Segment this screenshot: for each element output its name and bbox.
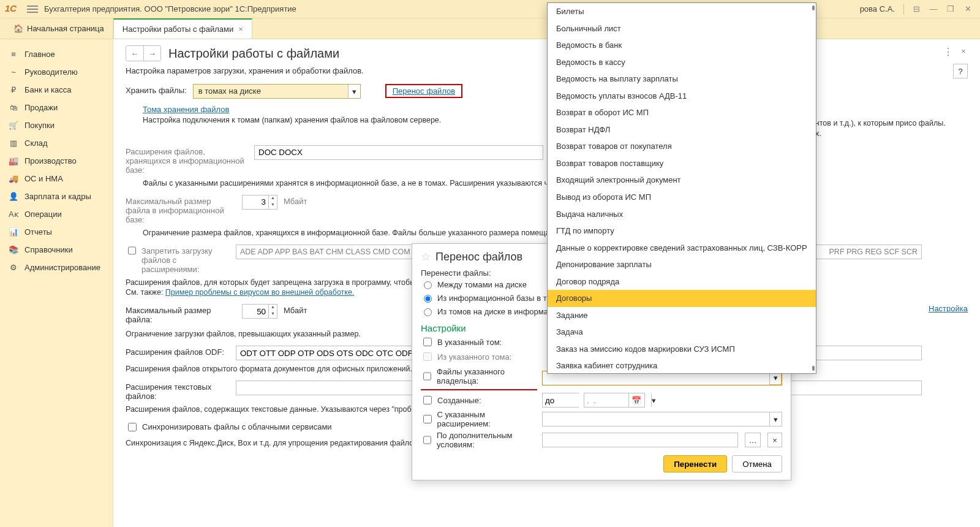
tab-file-settings[interactable]: Настройки работы с файлами × xyxy=(113,18,252,39)
tab-home[interactable]: 🏠 Начальная страница xyxy=(5,18,113,39)
max-file-settings-link[interactable]: Настройка xyxy=(929,304,968,313)
max-file-spinner[interactable]: ▲▼ xyxy=(242,304,277,319)
dropdown-option[interactable]: Заявка кабинет сотрудника xyxy=(548,357,816,373)
person-icon: 👤 xyxy=(9,192,18,201)
nav-sales[interactable]: 🛍Продажи xyxy=(0,99,113,116)
dropdown-option[interactable]: Депонирование зарплаты xyxy=(548,256,816,273)
volumes-link[interactable]: Тома хранения файлов xyxy=(143,105,229,114)
page-close-icon[interactable]: × xyxy=(958,45,969,56)
dropdown-option[interactable]: Выдача наличных xyxy=(548,206,816,223)
home-icon: 🏠 xyxy=(13,24,23,33)
created-date-input[interactable] xyxy=(584,393,628,407)
nav-bank[interactable]: ₽Банк и касса xyxy=(0,81,113,99)
chk-from-volume xyxy=(423,352,432,361)
dropdown-option[interactable]: Договор подряда xyxy=(548,273,816,290)
chk-owner[interactable] xyxy=(423,372,431,381)
window-close-icon[interactable]: ✕ xyxy=(960,2,975,17)
chk-extension[interactable] xyxy=(423,415,432,423)
dropdown-option[interactable]: Возврат товаров от покупателя xyxy=(548,138,816,155)
sync-cloud-checkbox[interactable] xyxy=(128,423,137,431)
dropdown-option[interactable]: Договоры xyxy=(548,290,816,307)
clear-button[interactable]: × xyxy=(767,433,782,447)
dropdown-option[interactable]: Данные о корректировке сведений застрахо… xyxy=(548,240,816,257)
extension-input[interactable] xyxy=(543,412,769,426)
forbid-ext-checkbox[interactable] xyxy=(128,246,136,255)
dropdown-option[interactable]: Больничный лист xyxy=(548,20,816,37)
chevron-down-icon[interactable]: ▾ xyxy=(769,412,782,426)
store-files-select[interactable]: в томах на диске ▾ xyxy=(193,84,361,99)
nav-assets[interactable]: 🚚ОС и НМА xyxy=(0,170,113,188)
ext-ib-input[interactable] xyxy=(254,145,543,160)
nav-manager[interactable]: ~Руководителю xyxy=(0,63,113,81)
books-icon: 📚 xyxy=(9,245,18,254)
max-ib-spinner[interactable]: ▲▼ xyxy=(242,195,277,210)
window-toolbar-icon[interactable]: ⊟ xyxy=(909,2,924,17)
dropdown-option[interactable]: Возврат товаров поставщику xyxy=(548,155,816,172)
transfer-files-link[interactable]: Перенос файлов xyxy=(393,86,456,96)
nav-admin[interactable]: ⚙Администрирование xyxy=(0,259,113,276)
nav-label: Операции xyxy=(24,210,62,219)
chevron-down-icon[interactable]: ▾ xyxy=(348,85,360,98)
volumes-desc: Настройка подключения к томам (папкам) х… xyxy=(143,115,538,126)
dropdown-option[interactable]: Задание xyxy=(548,307,816,324)
chevron-down-icon[interactable]: ▾ xyxy=(651,393,656,407)
extension-field[interactable]: ▾ xyxy=(542,412,782,427)
menu-icon[interactable] xyxy=(27,6,38,13)
dropdown-option[interactable]: Билеты xyxy=(548,3,816,20)
cancel-button[interactable]: Отмена xyxy=(732,455,782,472)
scroll-up-icon[interactable] xyxy=(812,6,815,10)
max-file-value[interactable] xyxy=(243,305,268,318)
max-ib-label: Максимальный размер файла в информационн… xyxy=(126,195,236,224)
dialog-title: Перенос файлов xyxy=(435,251,522,264)
dropdown-option[interactable]: Ведомость в банк xyxy=(548,37,816,54)
dropdown-option[interactable]: Заказ на эмиссию кодов маркировки СУЗ ИС… xyxy=(548,341,816,358)
scroll-down-icon[interactable] xyxy=(812,366,815,371)
dropdown-option[interactable]: Возврат в оборот ИС МП xyxy=(548,104,816,121)
window-maximize-icon[interactable]: ❐ xyxy=(943,2,958,17)
dropdown-option[interactable]: Ведомость уплаты взносов АДВ-11 xyxy=(548,88,816,105)
more-button[interactable]: … xyxy=(745,433,761,447)
dropdown-option[interactable]: Задача xyxy=(548,324,816,341)
window-minimize-icon[interactable]: — xyxy=(926,2,941,17)
chk-to-volume[interactable] xyxy=(423,338,432,346)
star-icon[interactable]: ☆ xyxy=(421,250,431,264)
back-button[interactable]: ← xyxy=(126,46,143,61)
dropdown-option[interactable]: Входящий электронный документ xyxy=(548,172,816,189)
calendar-icon[interactable]: 📅 xyxy=(628,393,643,407)
tab-close-icon[interactable]: × xyxy=(238,25,243,34)
nav-operations[interactable]: AᴋОперации xyxy=(0,205,113,223)
chk-label-text: Из указанного тома: xyxy=(437,352,511,362)
chk-extra[interactable] xyxy=(423,436,431,444)
cart-icon: 🛒 xyxy=(9,121,18,130)
odf-label: Расширения файлов ODF: xyxy=(126,346,230,357)
dropdown-option[interactable]: ГТД по импорту xyxy=(548,222,816,240)
dropdown-option[interactable]: Ведомость на выплату зарплаты xyxy=(548,70,816,88)
nav-salary[interactable]: 👤Зарплата и кадры xyxy=(0,188,113,205)
nav-reports[interactable]: 📊Отчеты xyxy=(0,223,113,241)
created-mode-select[interactable]: ▾ xyxy=(542,393,579,408)
help-button[interactable]: ? xyxy=(953,64,968,78)
forward-button[interactable]: → xyxy=(143,46,160,61)
transfer-button[interactable]: Перенести xyxy=(663,455,727,472)
nav-production[interactable]: 🏭Производство xyxy=(0,152,113,170)
left-nav: ≡Главное ~Руководителю ₽Банк и касса 🛍Пр… xyxy=(0,39,113,527)
chk-created[interactable] xyxy=(423,396,432,404)
nav-catalogs[interactable]: 📚Справочники xyxy=(0,241,113,259)
nav-label: Покупки xyxy=(24,121,55,130)
extra-cond-field[interactable] xyxy=(542,433,738,447)
spinner-arrows[interactable]: ▲▼ xyxy=(268,305,277,318)
spinner-arrows[interactable]: ▲▼ xyxy=(268,195,277,209)
extra-cond-input[interactable] xyxy=(543,433,737,447)
virus-example-link[interactable]: Пример проблемы с вирусом во внешней обр… xyxy=(165,288,355,297)
nav-warehouse[interactable]: ▥Склад xyxy=(0,134,113,152)
kebab-icon[interactable]: ⋮ xyxy=(942,45,954,58)
nav-purchases[interactable]: 🛒Покупки xyxy=(0,116,113,134)
dropdown-option[interactable]: Ведомость в кассу xyxy=(548,54,816,71)
dropdown-option[interactable]: Вывод из оборота ИС МП xyxy=(548,189,816,206)
created-date-field[interactable]: 📅 xyxy=(584,393,645,408)
chk-label-text: Файлы указанного владельца: xyxy=(437,367,537,385)
boxes-icon: ▥ xyxy=(9,138,18,148)
dropdown-option[interactable]: Возврат НДФЛ xyxy=(548,121,816,138)
max-ib-value[interactable] xyxy=(243,195,268,209)
nav-main[interactable]: ≡Главное xyxy=(0,45,113,63)
